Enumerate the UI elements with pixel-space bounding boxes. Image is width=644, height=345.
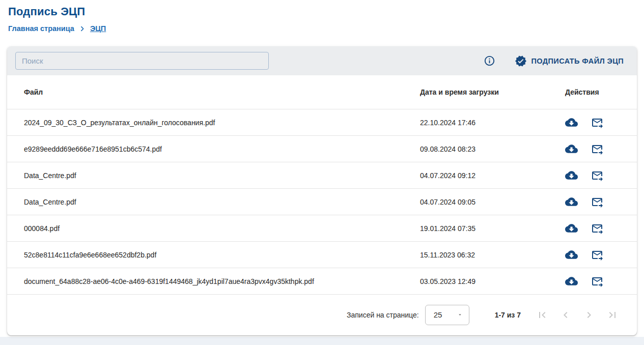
column-header-uploaded: Дата и время загрузки [420, 88, 565, 96]
upload-datetime: 22.10.2024 17:46 [420, 119, 565, 127]
table-row: e9289eeddd69e666e716e8951cb6c574.pdf 09.… [7, 136, 637, 162]
table-row: 2024_09_30_СЗ_О_результатах_онлайн_голос… [7, 109, 637, 136]
sign-file-button-label: ПОДПИСАТЬ ФАЙЛ ЭЦП [531, 57, 624, 65]
last-page-icon [606, 309, 619, 321]
info-icon [484, 55, 495, 67]
verified-badge-icon [515, 55, 527, 67]
download-button[interactable] [565, 222, 578, 235]
file-name: Data_Centre.pdf [24, 198, 420, 206]
sign-file-button[interactable]: ПОДПИСАТЬ ФАЙЛ ЭЦП [515, 55, 624, 67]
send-to-email-button[interactable] [591, 143, 603, 155]
table-row: 52c8e8114c11cfa9e6e668ee652dbf2b.pdf 15.… [7, 242, 637, 268]
download-cloud-icon [565, 195, 578, 208]
forward-to-inbox-icon [591, 169, 603, 182]
download-cloud-icon [565, 222, 578, 235]
dropdown-caret-icon [457, 312, 463, 318]
per-page-select[interactable]: 25 [425, 305, 469, 325]
send-to-email-button[interactable] [591, 222, 603, 235]
page-title: Подпись ЭЦП [8, 5, 644, 18]
next-page-icon [583, 309, 595, 321]
pagination-bar: Записей на странице: 25 1-7 из 7 [7, 295, 637, 335]
table-row: Data_Centre.pdf 04.07.2024 09:05 [7, 189, 637, 215]
pager-controls [536, 309, 619, 321]
column-header-file: Файл [24, 88, 420, 96]
per-page-value: 25 [434, 310, 442, 319]
download-button[interactable] [565, 116, 578, 129]
info-button[interactable] [484, 55, 495, 67]
upload-datetime: 03.05.2023 12:49 [420, 277, 565, 285]
table-row: 000084.pdf 19.01.2024 07:35 [7, 215, 637, 242]
breadcrumb-current-link[interactable]: ЭЦП [90, 24, 106, 33]
download-cloud-icon [565, 275, 578, 288]
forward-to-inbox-icon [591, 275, 603, 288]
upload-datetime: 09.08.2024 08:23 [420, 145, 565, 153]
last-page-button[interactable] [606, 309, 619, 321]
download-cloud-icon [565, 169, 578, 182]
download-button[interactable] [565, 248, 578, 261]
send-to-email-button[interactable] [591, 249, 603, 261]
upload-datetime: 04.07.2024 09:12 [420, 171, 565, 180]
download-cloud-icon [565, 142, 578, 155]
download-button[interactable] [565, 169, 578, 182]
send-to-email-button[interactable] [591, 117, 603, 129]
table-row: document_64a88c28-ae06-4c0e-a469-6319f14… [7, 268, 637, 295]
upload-datetime: 19.01.2024 07:35 [420, 224, 565, 233]
file-name: 000084.pdf [24, 224, 420, 233]
send-to-email-button[interactable] [591, 196, 603, 208]
first-page-button[interactable] [536, 309, 548, 321]
table-body: 2024_09_30_СЗ_О_результатах_онлайн_голос… [7, 109, 637, 295]
download-button[interactable] [565, 142, 578, 155]
file-name: 2024_09_30_СЗ_О_результатах_онлайн_голос… [24, 119, 420, 127]
send-to-email-button[interactable] [591, 169, 603, 182]
download-cloud-icon [565, 116, 578, 129]
chevron-right-icon [79, 25, 86, 32]
forward-to-inbox-icon [591, 222, 603, 235]
forward-to-inbox-icon [591, 143, 603, 155]
download-button[interactable] [565, 195, 578, 208]
search-input[interactable] [15, 52, 269, 70]
download-cloud-icon [565, 248, 578, 261]
next-page-button[interactable] [583, 309, 595, 321]
content-card: ПОДПИСАТЬ ФАЙЛ ЭЦП Файл Дата и время заг… [7, 46, 637, 335]
forward-to-inbox-icon [591, 117, 603, 129]
first-page-icon [536, 309, 548, 321]
upload-datetime: 04.07.2024 09:05 [420, 198, 565, 206]
toolbar: ПОДПИСАТЬ ФАЙЛ ЭЦП [7, 46, 637, 75]
range-label: 1-7 из 7 [495, 311, 521, 319]
column-header-actions: Действия [565, 88, 620, 96]
forward-to-inbox-icon [591, 249, 603, 261]
download-button[interactable] [565, 275, 578, 288]
send-to-email-button[interactable] [591, 275, 603, 288]
prev-page-icon [559, 309, 572, 321]
breadcrumb: Главная страница ЭЦП [8, 24, 644, 33]
upload-datetime: 15.11.2023 06:32 [420, 251, 565, 259]
file-name: Data_Centre.pdf [24, 171, 420, 180]
breadcrumb-home-link[interactable]: Главная страница [8, 24, 74, 33]
per-page-label: Записей на странице: [347, 311, 419, 319]
forward-to-inbox-icon [591, 196, 603, 208]
file-name: e9289eeddd69e666e716e8951cb6c574.pdf [24, 145, 420, 153]
prev-page-button[interactable] [559, 309, 572, 321]
file-name: 52c8e8114c11cfa9e6e668ee652dbf2b.pdf [24, 251, 420, 259]
table-header: Файл Дата и время загрузки Действия [7, 75, 637, 109]
file-name: document_64a88c28-ae06-4c0e-a469-6319f14… [24, 277, 420, 285]
table-row: Data_Centre.pdf 04.07.2024 09:12 [7, 162, 637, 189]
